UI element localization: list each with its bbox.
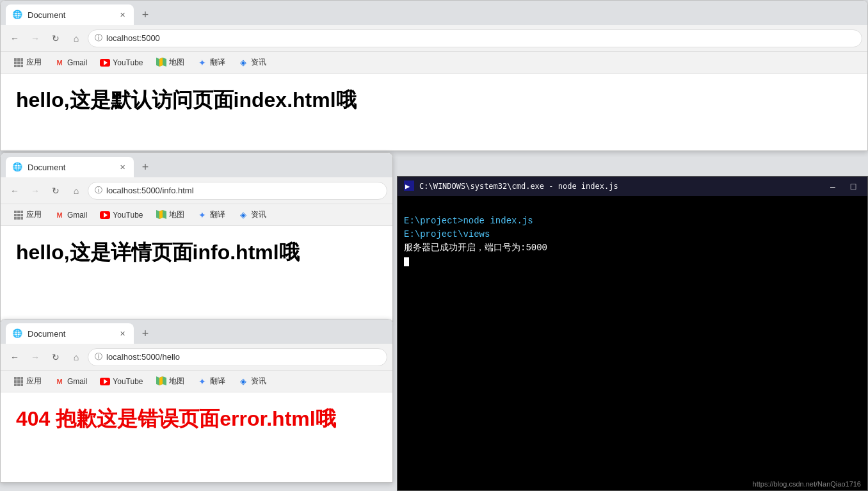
forward-button-1[interactable]: → <box>26 29 44 47</box>
bookmark-apps-label-3: 应用 <box>26 376 42 387</box>
home-button-3[interactable]: ⌂ <box>67 348 85 366</box>
back-button-3[interactable]: ← <box>6 348 24 366</box>
bookmark-translate-1[interactable]: ✦ 翻译 <box>192 55 230 70</box>
translate-icon-3: ✦ <box>197 376 207 387</box>
svg-rect-0 <box>14 58 17 61</box>
address-bar-3[interactable]: ⓘ localhost:5000/hello <box>88 348 387 366</box>
tab-3[interactable]: 🌐 Document ✕ <box>6 323 134 344</box>
bookmark-news-label-1: 资讯 <box>251 57 266 68</box>
svg-rect-3 <box>14 61 17 64</box>
cmd-minimize-button[interactable]: – <box>825 179 840 194</box>
bookmark-maps-3[interactable]: 地图 <box>151 374 189 389</box>
forward-button-2[interactable]: → <box>26 182 44 200</box>
page-content-1: hello,这是默认访问页面index.html哦 <box>1 74 867 150</box>
address-lock-icon-2: ⓘ <box>95 185 102 196</box>
bookmark-apps-1[interactable]: 应用 <box>8 55 47 70</box>
bookmark-news-2[interactable]: ◈ 资讯 <box>233 207 271 222</box>
gmail-icon-2: M <box>54 210 65 220</box>
gmail-icon-1: M <box>54 58 65 68</box>
bookmark-youtube-1[interactable]: YouTube <box>95 56 148 70</box>
news-icon-1: ◈ <box>238 58 248 68</box>
bookmark-apps-label-2: 应用 <box>26 209 42 220</box>
svg-rect-31 <box>20 380 23 383</box>
cmd-title-bar: ▶ C:\WINDOWS\system32\cmd.exe - node ind… <box>398 177 867 196</box>
svg-marker-38 <box>159 376 163 385</box>
bookmark-youtube-label-2: YouTube <box>113 211 143 220</box>
gmail-icon-3: M <box>54 376 65 387</box>
bookmark-translate-2[interactable]: ✦ 翻译 <box>192 207 230 222</box>
svg-rect-2 <box>20 58 23 61</box>
refresh-button-3[interactable]: ↻ <box>47 348 65 366</box>
bookmark-gmail-3[interactable]: M Gmail <box>49 374 92 389</box>
bookmark-maps-2[interactable]: 地图 <box>151 207 189 222</box>
refresh-button-2[interactable]: ↻ <box>47 182 65 200</box>
bookmark-translate-3[interactable]: ✦ 翻译 <box>192 374 230 389</box>
tab-close-1[interactable]: ✕ <box>117 10 127 20</box>
tab-close-3[interactable]: ✕ <box>117 328 127 339</box>
page-content-3: 404 抱歉这是错误页面error.html哦 <box>1 392 392 482</box>
tab-close-2[interactable]: ✕ <box>117 162 127 172</box>
bookmark-news-3[interactable]: ◈ 资讯 <box>233 374 271 389</box>
browser-window-2: 🌐 Document ✕ + ← → ↻ ⌂ ⓘ localhost:5000/… <box>0 152 393 321</box>
home-button-1[interactable]: ⌂ <box>67 29 85 47</box>
bookmark-gmail-label-1: Gmail <box>67 58 87 67</box>
cmd-footer-url: https://blog.csdn.net/NanQiao1716 <box>753 480 861 488</box>
apps-icon-2 <box>13 210 24 220</box>
bookmark-gmail-2[interactable]: M Gmail <box>49 208 92 222</box>
tab-1[interactable]: 🌐 Document ✕ <box>6 4 134 25</box>
cmd-maximize-button[interactable]: □ <box>846 179 861 194</box>
apps-icon-1 <box>13 58 24 68</box>
bookmark-news-1[interactable]: ◈ 资讯 <box>233 55 271 70</box>
refresh-button-1[interactable]: ↻ <box>47 29 65 47</box>
svg-rect-4 <box>17 61 20 64</box>
nav-bar-1: ← → ↻ ⌂ ⓘ localhost:5000 <box>1 25 867 52</box>
tab-new-2[interactable]: + <box>136 158 154 176</box>
bookmark-maps-1[interactable]: 地图 <box>151 55 189 70</box>
address-bar-2[interactable]: ⓘ localhost:5000/info.html <box>88 182 387 200</box>
svg-rect-30 <box>17 380 20 383</box>
translate-icon-2: ✦ <box>197 210 207 220</box>
svg-rect-34 <box>20 383 23 386</box>
bookmark-maps-label-2: 地图 <box>169 209 184 220</box>
address-url-1: localhost:5000 <box>106 33 160 43</box>
svg-rect-6 <box>14 65 17 67</box>
tab-new-1[interactable]: + <box>136 6 154 24</box>
svg-rect-14 <box>17 211 20 213</box>
address-bar-1[interactable]: ⓘ localhost:5000 <box>88 29 862 47</box>
forward-button-3[interactable]: → <box>26 348 44 366</box>
svg-marker-25 <box>159 210 163 219</box>
bookmark-apps-2[interactable]: 应用 <box>8 207 47 222</box>
youtube-icon-1 <box>100 58 110 68</box>
svg-rect-1 <box>17 58 20 61</box>
svg-rect-8 <box>20 65 23 67</box>
bookmark-youtube-label-1: YouTube <box>113 58 143 67</box>
svg-text:▶: ▶ <box>405 182 410 191</box>
news-icon-2: ◈ <box>238 210 248 220</box>
page-heading-3: 404 抱歉这是错误页面error.html哦 <box>16 405 377 433</box>
back-button-2[interactable]: ← <box>6 182 24 200</box>
bookmark-apps-3[interactable]: 应用 <box>8 374 47 389</box>
page-heading-2: hello,这是详情页面info.html哦 <box>16 239 377 267</box>
back-button-1[interactable]: ← <box>6 29 24 47</box>
svg-rect-13 <box>14 211 17 213</box>
youtube-icon-2 <box>100 210 110 220</box>
bookmark-gmail-1[interactable]: M Gmail <box>49 56 92 70</box>
svg-marker-12 <box>159 58 163 67</box>
cmd-line-1: E:\project>node index.js <box>404 216 533 226</box>
tab-2[interactable]: 🌐 Document ✕ <box>6 157 134 177</box>
bookmark-translate-label-1: 翻译 <box>210 57 225 68</box>
maps-icon-3 <box>156 376 166 387</box>
home-button-2[interactable]: ⌂ <box>67 182 85 200</box>
maps-icon-1 <box>156 58 166 68</box>
bookmark-youtube-2[interactable]: YouTube <box>95 208 148 222</box>
tab-new-3[interactable]: + <box>136 325 154 342</box>
maps-icon-2 <box>156 210 166 220</box>
cmd-body: E:\project>node index.js E:\project\view… <box>398 196 867 478</box>
bookmark-gmail-label-3: Gmail <box>67 377 87 386</box>
bookmark-youtube-3[interactable]: YouTube <box>95 374 148 389</box>
bookmark-translate-label-3: 翻译 <box>210 376 225 387</box>
apps-icon-3 <box>13 376 24 387</box>
tab-title-3: Document <box>28 329 112 339</box>
page-content-2: hello,这是详情页面info.html哦 <box>1 226 392 321</box>
svg-rect-32 <box>14 383 17 386</box>
